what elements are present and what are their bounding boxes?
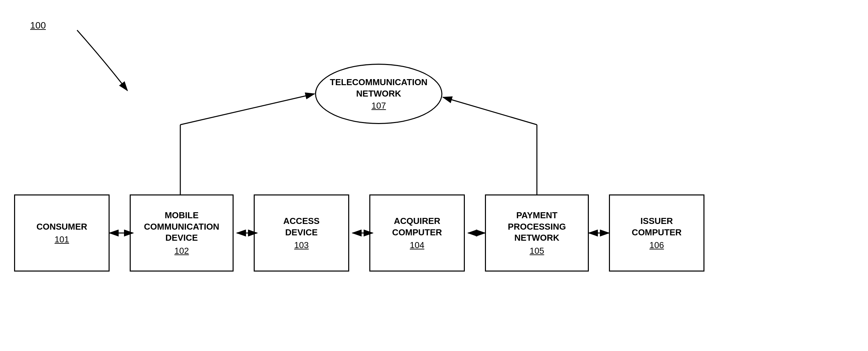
issuer-label: ISSUERCOMPUTER [632, 215, 682, 238]
payment-label: PAYMENTPROCESSINGNETWORK [508, 210, 566, 244]
telecom-ref: 107 [371, 100, 386, 111]
acquirer-node: ACQUIRERCOMPUTER 104 [369, 195, 465, 271]
mobile-device-node: MOBILECOMMUNICATIONDEVICE 102 [130, 195, 234, 271]
access-device-node: ACCESSDEVICE 103 [254, 195, 349, 271]
payment-network-node: PAYMENTPROCESSINGNETWORK 105 [485, 195, 589, 271]
nodes-row: CONSUMER 101 MOBILECOMMUNICATIONDEVICE 1… [14, 195, 705, 271]
payment-ref: 105 [529, 246, 544, 256]
access-label: ACCESSDEVICE [283, 215, 319, 238]
arrows-overlay [0, 0, 868, 351]
svg-line-1 [180, 94, 314, 125]
consumer-label: CONSUMER [36, 221, 88, 233]
mobile-ref: 102 [174, 246, 189, 256]
main-ref-label: 100 [30, 20, 46, 31]
svg-line-3 [443, 97, 537, 125]
diagram-container: 100 [0, 0, 868, 351]
telecom-label: TELECOMMUNICATION NETWORK [330, 77, 427, 99]
consumer-node: CONSUMER 101 [14, 195, 110, 271]
acquirer-ref: 104 [410, 240, 424, 251]
acquirer-label: ACQUIRERCOMPUTER [392, 215, 442, 238]
issuer-ref: 106 [650, 240, 664, 251]
telecom-network-node: TELECOMMUNICATION NETWORK 107 [315, 64, 442, 124]
mobile-label: MOBILECOMMUNICATIONDEVICE [144, 210, 219, 244]
issuer-node: ISSUERCOMPUTER 106 [609, 195, 705, 271]
access-ref: 103 [294, 240, 309, 251]
consumer-ref: 101 [55, 234, 69, 245]
